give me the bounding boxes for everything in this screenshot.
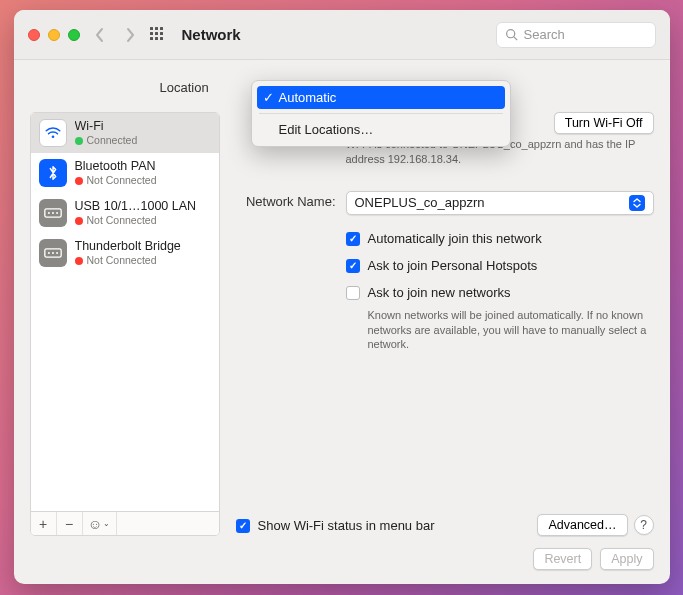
- sidebar-item-label: Bluetooth PAN: [75, 159, 157, 174]
- svg-point-0: [506, 30, 514, 38]
- footer-buttons: Revert Apply: [30, 536, 654, 570]
- checkbox-checked-icon: ✓: [346, 259, 360, 273]
- toggle-wifi-button[interactable]: Turn Wi-Fi Off: [554, 112, 654, 134]
- wifi-icon: [39, 119, 67, 147]
- sidebar-item-label: Thunderbolt Bridge: [75, 239, 181, 254]
- ask-new-checkbox-row[interactable]: Ask to join new networks: [346, 285, 654, 300]
- ask-hotspot-label: Ask to join Personal Hotspots: [368, 258, 538, 273]
- ask-new-label: Ask to join new networks: [368, 285, 511, 300]
- network-name-label: Network Name:: [236, 191, 346, 209]
- svg-point-2: [51, 135, 54, 138]
- sidebar-item-bluetooth[interactable]: Bluetooth PAN Not Connected: [31, 153, 219, 193]
- revert-button[interactable]: Revert: [533, 548, 592, 570]
- location-dropdown-menu[interactable]: ✓ Automatic Edit Locations…: [251, 80, 511, 147]
- status-dot-icon: [75, 217, 83, 225]
- bottom-row: ✓ Show Wi-Fi status in menu bar Advanced…: [236, 504, 654, 536]
- action-menu-button[interactable]: ☺︎⌄: [83, 512, 117, 535]
- search-placeholder: Search: [524, 27, 565, 42]
- svg-point-5: [52, 212, 54, 214]
- ethernet-icon: [39, 199, 67, 227]
- sidebar-item-usb-lan[interactable]: USB 10/1…1000 LAN Not Connected: [31, 193, 219, 233]
- zoom-button[interactable]: [68, 29, 80, 41]
- location-label: Location: [160, 80, 209, 95]
- advanced-button[interactable]: Advanced…: [537, 514, 627, 536]
- sidebar-item-thunderbolt[interactable]: Thunderbolt Bridge Not Connected: [31, 233, 219, 273]
- ethernet-icon: [39, 239, 67, 267]
- svg-point-9: [52, 252, 54, 254]
- interface-sidebar: Wi-Fi Connected Bluetooth PAN Not Connec…: [30, 112, 220, 536]
- sidebar-footer: + − ☺︎⌄: [31, 511, 219, 535]
- checkbox-checked-icon: ✓: [346, 232, 360, 246]
- details-pane: Status: Connected Turn Wi-Fi Off Wi-Fi i…: [236, 112, 654, 536]
- menu-separator: [259, 113, 503, 114]
- sidebar-item-wifi[interactable]: Wi-Fi Connected: [31, 113, 219, 153]
- chevron-updown-icon: [629, 195, 645, 211]
- status-dot-icon: [75, 177, 83, 185]
- add-interface-button[interactable]: +: [31, 512, 57, 535]
- sidebar-item-label: Wi-Fi: [75, 119, 138, 134]
- network-name-value: ONEPLUS_co_appzrn: [355, 195, 485, 210]
- window-controls: [28, 29, 80, 41]
- status-dot-icon: [75, 257, 83, 265]
- show-menubar-checkbox-row[interactable]: ✓ Show Wi-Fi status in menu bar: [236, 518, 435, 533]
- columns: Wi-Fi Connected Bluetooth PAN Not Connec…: [30, 112, 654, 536]
- location-menu-item-automatic[interactable]: ✓ Automatic: [257, 86, 505, 109]
- forward-button[interactable]: [120, 27, 140, 43]
- svg-point-6: [56, 212, 58, 214]
- svg-point-4: [47, 212, 49, 214]
- svg-point-8: [47, 252, 49, 254]
- status-dot-icon: [75, 137, 83, 145]
- auto-join-label: Automatically join this network: [368, 231, 542, 246]
- minimize-button[interactable]: [48, 29, 60, 41]
- show-all-icon[interactable]: [150, 27, 166, 43]
- back-button[interactable]: [90, 27, 110, 43]
- apply-button[interactable]: Apply: [600, 548, 653, 570]
- titlebar: Network Search: [14, 10, 670, 60]
- network-preferences-window: Network Search Location Wi-Fi Connec: [14, 10, 670, 584]
- close-button[interactable]: [28, 29, 40, 41]
- show-menubar-label: Show Wi-Fi status in menu bar: [258, 518, 435, 533]
- window-title: Network: [182, 26, 241, 43]
- checkbox-unchecked-icon: [346, 286, 360, 300]
- help-button[interactable]: ?: [634, 515, 654, 535]
- network-name-row: Network Name: ONEPLUS_co_appzrn: [236, 191, 654, 215]
- bluetooth-icon: [39, 159, 67, 187]
- check-icon: ✓: [263, 90, 274, 105]
- search-icon: [505, 28, 518, 41]
- network-name-select[interactable]: ONEPLUS_co_appzrn: [346, 191, 654, 215]
- auto-join-checkbox-row[interactable]: ✓ Automatically join this network: [346, 231, 654, 246]
- ask-new-subtext: Known networks will be joined automatica…: [368, 308, 654, 353]
- svg-point-10: [56, 252, 58, 254]
- interface-list[interactable]: Wi-Fi Connected Bluetooth PAN Not Connec…: [31, 113, 219, 511]
- svg-line-1: [513, 37, 516, 40]
- search-field[interactable]: Search: [496, 22, 656, 48]
- remove-interface-button[interactable]: −: [57, 512, 83, 535]
- location-menu-item-edit[interactable]: Edit Locations…: [257, 118, 505, 141]
- sidebar-item-label: USB 10/1…1000 LAN: [75, 199, 197, 214]
- ask-hotspot-checkbox-row[interactable]: ✓ Ask to join Personal Hotspots: [346, 258, 654, 273]
- checkbox-checked-icon: ✓: [236, 519, 250, 533]
